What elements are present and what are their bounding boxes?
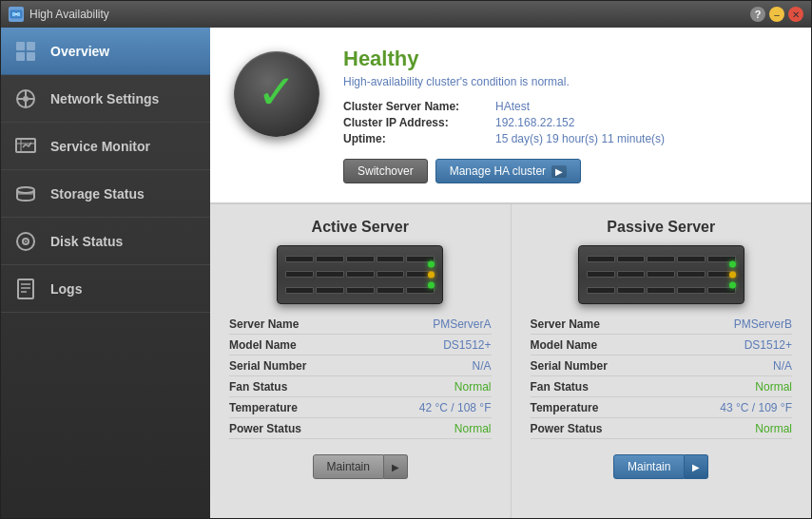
rack-slot <box>316 271 344 278</box>
status-info: Healthy High-availability cluster's cond… <box>343 47 783 183</box>
active-maintain-button[interactable]: Maintain <box>313 454 384 479</box>
led-green-2 <box>428 282 435 289</box>
rack-slot <box>316 287 344 294</box>
sidebar-item-service-monitor[interactable]: Service Monitor <box>1 123 210 170</box>
passive-name-row: Server Name PMServerB <box>531 317 793 335</box>
passive-server-section: Passive Server <box>512 204 812 518</box>
action-buttons: Switchover Manage HA cluster ▶ <box>343 159 783 183</box>
status-panel: ✓ Healthy High-availability cluster's co… <box>210 28 811 204</box>
manage-ha-label: Manage HA cluster <box>450 164 546 178</box>
passive-server-details: Server Name PMServerB Model Name DS1512+… <box>531 317 793 443</box>
passive-power-row: Power Status Normal <box>531 422 793 439</box>
active-temp-label: Temperature <box>229 401 298 414</box>
svg-rect-1 <box>12 12 15 16</box>
rack-slot <box>285 256 314 262</box>
active-model-value: DS1512+ <box>443 338 491 352</box>
rack-slot <box>346 256 375 262</box>
cluster-ip-label: Cluster IP Address: <box>343 116 495 129</box>
rack-slot <box>647 271 675 278</box>
rack-slot <box>377 287 405 294</box>
rack-slot <box>346 287 375 294</box>
help-button[interactable]: ? <box>750 7 765 22</box>
passive-serial-value: N/A <box>773 359 792 373</box>
sidebar-item-storage-status[interactable]: Storage Status <box>1 170 210 218</box>
svg-point-3 <box>15 13 17 15</box>
rack-slot <box>617 287 646 294</box>
passive-maintain-button[interactable]: Maintain <box>613 454 685 479</box>
cluster-name-value: HAtest <box>495 100 530 113</box>
active-server-leds <box>428 261 435 289</box>
led-green <box>428 261 435 268</box>
passive-serial-label: Serial Number <box>531 359 608 373</box>
passive-temp-row: Temperature 43 °C / 109 °F <box>531 401 793 418</box>
rack-slot <box>346 271 375 278</box>
active-server-title: Active Server <box>312 219 409 236</box>
passive-server-leds <box>729 261 736 289</box>
health-description: High-availability cluster's condition is… <box>343 75 783 88</box>
svg-rect-5 <box>27 42 35 50</box>
passive-power-label: Power Status <box>531 422 603 435</box>
active-serial-value: N/A <box>472 359 491 373</box>
sidebar-item-logs[interactable]: Logs <box>1 265 210 313</box>
sidebar-item-overview[interactable]: Overview <box>1 28 210 75</box>
active-power-label: Power Status <box>229 422 301 435</box>
svg-point-9 <box>23 96 29 102</box>
active-serial-row: Serial Number N/A <box>229 359 492 376</box>
sidebar-item-disk-status[interactable]: Disk Status <box>1 218 210 265</box>
switchover-button[interactable]: Switchover <box>343 159 428 183</box>
health-status-label: Healthy <box>343 47 783 71</box>
active-server-image <box>277 245 443 304</box>
service-monitor-icon <box>12 133 39 160</box>
passive-maintain-arrow-button[interactable]: ▶ <box>685 454 708 479</box>
rack-slot <box>377 271 405 278</box>
passive-model-row: Model Name DS1512+ <box>531 338 793 356</box>
content-area: ✓ Healthy High-availability cluster's co… <box>210 28 811 518</box>
rack-slot <box>647 287 675 294</box>
passive-fan-label: Fan Status <box>531 380 589 394</box>
uptime-row: Uptime: 15 day(s) 19 hour(s) 11 minute(s… <box>343 132 783 145</box>
window-title: High Availability <box>29 8 750 21</box>
manage-ha-button[interactable]: Manage HA cluster ▶ <box>435 159 581 183</box>
main-window: High Availability ? – ✕ Overview <box>0 0 812 519</box>
uptime-label: Uptime: <box>343 132 495 145</box>
active-name-label: Server Name <box>229 317 299 331</box>
active-name-value: PMServerA <box>433 317 491 331</box>
led-yellow <box>729 272 736 279</box>
passive-model-value: DS1512+ <box>744 338 792 352</box>
rack-slot <box>316 256 344 262</box>
minimize-button[interactable]: – <box>769 7 784 22</box>
storage-status-icon <box>12 181 39 207</box>
checkmark-icon: ✓ <box>257 68 297 116</box>
sidebar-label-overview: Overview <box>50 44 109 59</box>
active-temp-value: 42 °C / 108 °F <box>419 401 492 414</box>
sidebar: Overview Network Settings <box>1 28 210 518</box>
led-green-2 <box>729 282 736 289</box>
rack-slot <box>617 256 646 262</box>
rack-slot <box>677 287 706 294</box>
active-name-row: Server Name PMServerA <box>229 317 492 335</box>
status-icon-area: ✓ <box>229 47 324 142</box>
led-yellow <box>428 272 435 279</box>
active-serial-label: Serial Number <box>229 359 306 373</box>
passive-server-image <box>578 245 744 304</box>
disk-status-icon <box>12 228 39 255</box>
sidebar-label-logs: Logs <box>50 281 82 297</box>
rack-slot <box>647 256 675 262</box>
window-controls: ? – ✕ <box>750 7 803 22</box>
cluster-info-table: Cluster Server Name: HAtest Cluster IP A… <box>343 100 783 145</box>
passive-power-value: Normal <box>755 422 792 435</box>
passive-maintain-btn-wrap: Maintain ▶ <box>613 454 708 479</box>
active-server-details: Server Name PMServerA Model Name DS1512+… <box>229 317 492 443</box>
rack-slot <box>677 271 706 278</box>
sidebar-label-disk: Disk Status <box>50 234 123 249</box>
active-fan-row: Fan Status Normal <box>229 380 492 397</box>
overview-icon <box>12 38 39 65</box>
close-button[interactable]: ✕ <box>788 7 803 22</box>
rack-slot <box>587 287 615 294</box>
cluster-ip-value: 192.168.22.152 <box>495 116 574 129</box>
passive-fan-value: Normal <box>755 380 792 394</box>
active-maintain-arrow-button[interactable]: ▶ <box>384 454 408 479</box>
rack-slot <box>377 256 405 262</box>
sidebar-item-network-settings[interactable]: Network Settings <box>1 75 210 123</box>
rack-slot <box>677 256 706 262</box>
